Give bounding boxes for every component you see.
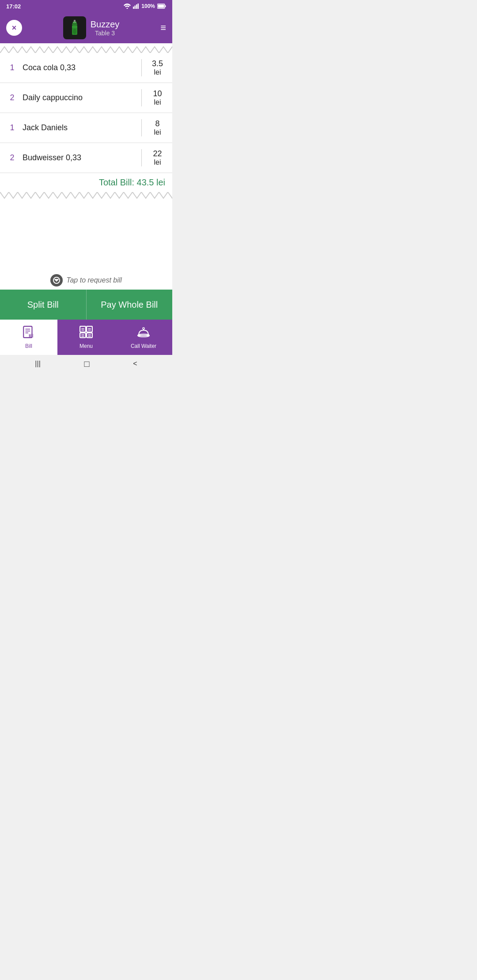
recent-apps-button[interactable]: ||| xyxy=(35,360,40,368)
item-3-price: 8 xyxy=(155,119,159,128)
status-right: 100% xyxy=(124,3,166,9)
status-bar: 17:02 100% xyxy=(0,0,172,12)
svg-rect-12 xyxy=(72,26,77,28)
svg-rect-3 xyxy=(136,4,137,9)
header-text: Buzzey Table 3 xyxy=(91,19,120,37)
item-3-price-wrapper: 8 lei xyxy=(141,119,168,136)
svg-rect-10 xyxy=(73,22,76,23)
action-buttons: Split Bill Pay Whole Bill xyxy=(0,290,172,320)
total-bill: Total Bill: 43.5 lei xyxy=(0,173,172,192)
empty-area xyxy=(0,204,172,265)
main-content: 1 Coca cola 0,33 3.5 lei 2 Daily cappucc… xyxy=(0,43,172,290)
item-3-currency: lei xyxy=(154,128,161,136)
wifi-icon xyxy=(124,4,131,9)
item-4-qty: 2 xyxy=(4,149,20,166)
nav-call-waiter[interactable]: Call Waiter xyxy=(115,320,172,355)
svg-rect-9 xyxy=(74,20,76,22)
call-waiter-nav-label: Call Waiter xyxy=(131,343,156,349)
svg-point-0 xyxy=(127,8,128,9)
bottom-navigation: $ Bill xyxy=(0,320,172,355)
bill-item-2: 2 Daily cappuccino 10 lei xyxy=(0,83,172,113)
item-4-price-wrapper: 22 lei xyxy=(141,149,168,166)
item-3-name: Jack Daniels xyxy=(20,119,141,136)
bill-item-4: 2 Budweisser 0,33 22 lei xyxy=(0,143,172,173)
svg-point-13 xyxy=(73,29,76,34)
waiter-nav-icon xyxy=(137,325,150,341)
nav-menu[interactable]: Menu xyxy=(57,320,115,355)
zigzag-bottom-svg xyxy=(0,192,172,202)
signal-icon xyxy=(133,4,139,9)
item-3-qty: 1 xyxy=(4,119,20,136)
bill-nav-icon: $ xyxy=(22,325,35,341)
restaurant-name: Buzzey xyxy=(91,19,120,30)
home-indicator-bar: ||| □ < xyxy=(0,355,172,373)
bill-items-container: 1 Coca cola 0,33 3.5 lei 2 Daily cappucc… xyxy=(0,53,172,173)
item-1-currency: lei xyxy=(154,68,161,76)
item-2-price: 10 xyxy=(153,89,162,98)
svg-rect-2 xyxy=(135,6,136,9)
back-button[interactable]: < xyxy=(133,360,137,368)
item-1-price: 3.5 xyxy=(152,59,163,68)
bill-item-1: 1 Coca cola 0,33 3.5 lei xyxy=(0,53,172,83)
svg-rect-1 xyxy=(133,7,134,9)
battery-icon xyxy=(157,4,166,9)
svg-rect-22 xyxy=(87,326,92,332)
svg-rect-6 xyxy=(158,5,164,8)
item-2-name: Daily cappuccino xyxy=(20,89,141,106)
pay-whole-bill-button[interactable]: Pay Whole Bill xyxy=(87,290,173,320)
item-4-currency: lei xyxy=(154,158,161,166)
status-time: 17:02 xyxy=(6,3,21,10)
svg-rect-7 xyxy=(165,5,166,7)
menu-nav-icon xyxy=(80,325,93,341)
item-1-qty: 1 xyxy=(4,59,20,76)
header-center: Buzzey Table 3 xyxy=(63,16,120,39)
home-button[interactable]: □ xyxy=(84,359,90,369)
receipt-bottom-zigzag xyxy=(0,192,172,202)
zigzag-top-svg xyxy=(0,43,172,53)
beer-bottle-icon xyxy=(66,19,83,37)
menu-button[interactable]: ≡ xyxy=(160,22,166,34)
close-button[interactable]: × xyxy=(6,20,22,36)
item-2-price-wrapper: 10 lei xyxy=(141,89,168,106)
menu-nav-label: Menu xyxy=(80,343,93,349)
svg-rect-23 xyxy=(80,333,86,338)
tap-request-label: Tap to request bill xyxy=(66,276,122,284)
item-1-price-wrapper: 3.5 lei xyxy=(141,59,168,76)
item-4-price: 22 xyxy=(153,149,162,158)
bill-nav-label: Bill xyxy=(25,343,32,349)
split-bill-button[interactable]: Split Bill xyxy=(0,290,87,320)
item-2-qty: 2 xyxy=(4,89,20,106)
app-header: × Buzzey Table xyxy=(0,12,172,43)
battery-level: 100% xyxy=(141,3,155,9)
restaurant-logo xyxy=(63,16,86,39)
item-2-currency: lei xyxy=(154,98,161,106)
item-1-name: Coca cola 0,33 xyxy=(20,59,141,76)
tap-request-area[interactable]: Tap to request bill xyxy=(0,265,172,290)
svg-text:$: $ xyxy=(29,334,31,338)
table-number: Table 3 xyxy=(91,30,120,37)
svg-rect-24 xyxy=(87,333,92,338)
svg-point-35 xyxy=(143,328,144,329)
svg-rect-4 xyxy=(138,4,139,9)
bill-item-3: 1 Jack Daniels 8 lei xyxy=(0,113,172,143)
item-4-name: Budweisser 0,33 xyxy=(20,149,141,166)
svg-rect-21 xyxy=(80,326,86,332)
download-arrow-icon xyxy=(50,274,63,286)
receipt-top-zigzag xyxy=(0,43,172,53)
nav-bill[interactable]: $ Bill xyxy=(0,320,57,355)
